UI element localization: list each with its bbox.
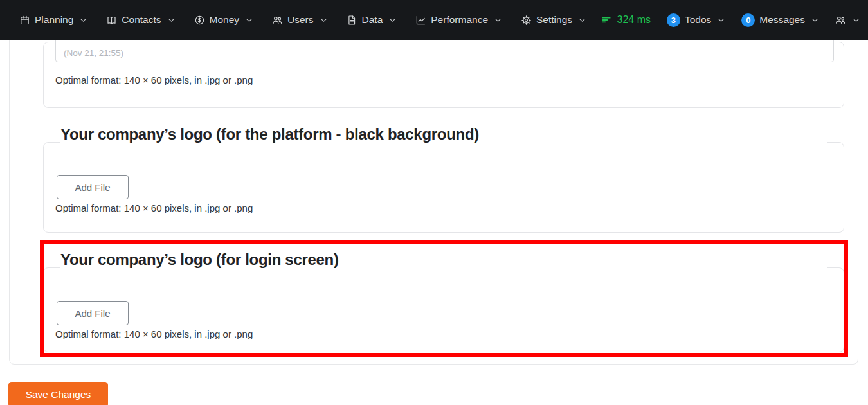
section-title: Your company’s logo (for login screen)	[60, 250, 827, 269]
nav-label: Performance	[431, 14, 488, 26]
chevron-down-icon	[852, 16, 860, 24]
messages-count-badge: 0	[741, 14, 755, 27]
nav-label: Data	[362, 14, 383, 26]
chevron-down-icon	[79, 16, 87, 24]
dollar-circle-icon	[194, 15, 205, 26]
format-hint: Optimal format: 140 × 60 pixels, in .jpg…	[55, 75, 253, 86]
chevron-down-icon	[320, 16, 328, 24]
chevron-down-icon	[388, 16, 397, 24]
users-icon	[272, 15, 283, 26]
nav-label: Todos	[685, 14, 711, 26]
navbar-menu: Planning Contacts Money Users Data Perfo…	[19, 14, 586, 26]
todos-count-badge: 3	[667, 14, 680, 27]
latency-indicator: 324 ms	[601, 14, 651, 26]
book-icon	[106, 15, 117, 26]
nav-label: Messages	[759, 14, 805, 26]
format-hint: Optimal format: 140 × 60 pixels, in .jpg…	[55, 203, 253, 213]
nav-label: Settings	[536, 14, 572, 26]
chevron-down-icon	[494, 16, 502, 24]
chevron-down-icon	[167, 16, 176, 24]
save-changes-button[interactable]: Save Changes	[8, 382, 108, 405]
nav-item-todos[interactable]: 3 Todos	[667, 14, 725, 27]
chevron-down-icon	[245, 16, 253, 24]
gear-icon	[521, 15, 532, 26]
line-chart-icon	[415, 15, 426, 26]
nav-item-data[interactable]: Data	[347, 14, 397, 26]
file-icon	[347, 15, 357, 26]
nav-item-planning[interactable]: Planning	[19, 14, 87, 26]
users-icon	[835, 15, 846, 26]
logo-section-partial: (Nov 21, 21:55) Optimal format: 140 × 60…	[43, 42, 844, 108]
nav-item-contacts[interactable]: Contacts	[106, 14, 175, 26]
nav-label: Contacts	[122, 14, 161, 26]
nav-label: Planning	[35, 14, 73, 26]
file-timestamp: (Nov 21, 21:55)	[64, 48, 123, 58]
nav-item-users[interactable]: Users	[272, 14, 327, 26]
nav-item-settings[interactable]: Settings	[521, 14, 586, 26]
add-file-button-platform[interactable]: Add File	[57, 175, 129, 199]
nav-item-money[interactable]: Money	[194, 14, 254, 26]
latency-bars-icon	[601, 14, 612, 26]
nav-label: Money	[210, 14, 240, 26]
nav-label: Users	[287, 14, 313, 26]
settings-page: (Nov 21, 21:55) Optimal format: 140 × 60…	[0, 0, 868, 405]
settings-panel: (Nov 21, 21:55) Optimal format: 140 × 60…	[9, 19, 858, 364]
chevron-down-icon	[578, 16, 586, 24]
add-file-button-login[interactable]: Add File	[57, 301, 129, 325]
navbar-status: 324 ms 3 Todos 0 Messages	[601, 14, 861, 27]
format-hint: Optimal format: 140 × 60 pixels, in .jpg…	[55, 328, 253, 339]
top-navbar: Planning Contacts Money Users Data Perfo…	[0, 0, 868, 40]
logo-section-platform: Your company’s logo (for the platform - …	[43, 142, 844, 233]
chevron-down-icon	[811, 16, 819, 24]
chevron-down-icon	[717, 16, 725, 24]
nav-item-messages[interactable]: 0 Messages	[741, 14, 819, 27]
logo-section-login: Your company’s logo (for login screen) A…	[43, 267, 844, 352]
nav-item-performance[interactable]: Performance	[415, 14, 502, 26]
nav-item-account[interactable]	[835, 15, 860, 26]
latency-value: 324 ms	[617, 14, 651, 26]
calendar-icon	[19, 15, 30, 26]
section-title: Your company’s logo (for the platform - …	[60, 125, 827, 143]
